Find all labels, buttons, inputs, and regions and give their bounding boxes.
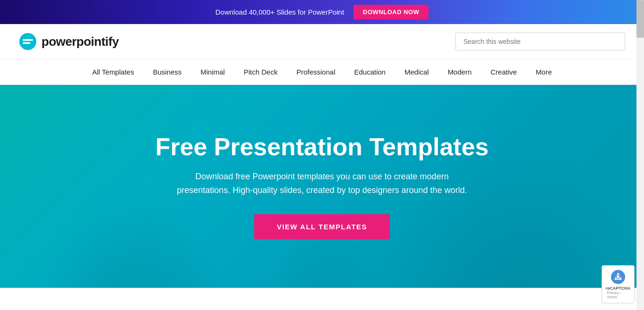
nav-item-pitch-deck[interactable]: Pitch Deck [234, 59, 287, 84]
search-input[interactable] [455, 33, 625, 50]
nav-item-minimal[interactable]: Minimal [191, 59, 234, 84]
svg-rect-2 [23, 42, 30, 44]
hero-cta-button[interactable]: VIEW ALL TEMPLATES [254, 214, 390, 239]
logo-text: powerpointify [41, 34, 119, 49]
nav-item-professional[interactable]: Professional [287, 59, 345, 84]
nav-item-business[interactable]: Business [143, 59, 191, 84]
nav-item-medical[interactable]: Medical [395, 59, 438, 84]
svg-point-0 [19, 33, 36, 50]
recaptcha-badge: reCAPTCHA Privacy - Terms [602, 265, 635, 288]
top-banner: Download 40,000+ Slides for PowerPoint D… [0, 0, 644, 24]
hero-content: Free Presentation Templates Download fre… [146, 134, 498, 239]
recaptcha-label: reCAPTCHA [606, 286, 631, 288]
recaptcha-icon [611, 269, 626, 285]
nav-item-modern[interactable]: Modern [438, 59, 481, 84]
nav-item-education[interactable]: Education [345, 59, 395, 84]
header: powerpointify [0, 24, 644, 59]
nav-item-more[interactable]: More [526, 59, 561, 84]
nav: All Templates Business Minimal Pitch Dec… [0, 59, 644, 85]
nav-item-creative[interactable]: Creative [481, 59, 526, 84]
banner-download-button[interactable]: DOWNLOAD NOW [354, 5, 429, 19]
logo-area[interactable]: powerpointify [19, 33, 119, 50]
banner-text: Download 40,000+ Slides for PowerPoint [215, 8, 344, 16]
hero-section: Free Presentation Templates Download fre… [0, 85, 644, 288]
logo-icon [19, 33, 37, 50]
nav-item-all-templates[interactable]: All Templates [83, 59, 143, 84]
scrollbar-track[interactable] [636, 0, 644, 288]
svg-rect-1 [23, 39, 33, 41]
scrollbar-thumb[interactable] [636, 0, 644, 38]
hero-subtitle: Download free Powerpoint templates you c… [155, 170, 488, 197]
hero-title: Free Presentation Templates [155, 134, 488, 160]
